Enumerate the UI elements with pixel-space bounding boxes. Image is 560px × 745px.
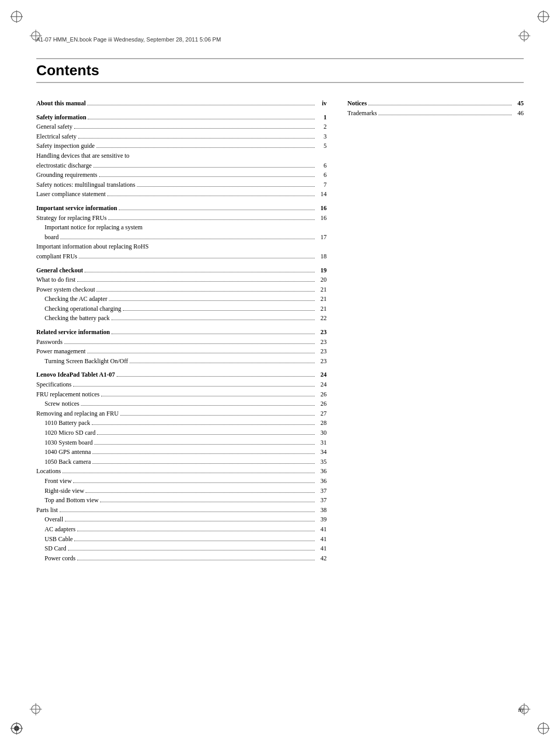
toc-text: Safety inspection guide bbox=[36, 141, 95, 151]
toc-dots bbox=[79, 258, 315, 258]
toc-text: Handling devices that are sensitive to bbox=[36, 151, 130, 161]
toc-text: What to do first bbox=[36, 275, 76, 285]
toc-entry: Passwords23 bbox=[36, 337, 327, 347]
toc-entry: Top and Bottom view37 bbox=[36, 495, 327, 505]
toc-text: Top and Bottom view bbox=[36, 495, 99, 505]
toc-dots bbox=[100, 502, 315, 502]
toc-page: 7 bbox=[316, 180, 327, 190]
toc-text: Specifications bbox=[36, 380, 72, 390]
toc-entry: Parts list38 bbox=[36, 505, 327, 515]
toc-entry: SD Card41 bbox=[36, 544, 327, 554]
toc-page: 6 bbox=[316, 161, 327, 171]
toc-dots bbox=[77, 560, 315, 560]
toc-entry: Laser compliance statement14 bbox=[36, 189, 327, 199]
toc-page: iv bbox=[316, 99, 327, 108]
toc-dots bbox=[93, 167, 315, 168]
toc-dots bbox=[77, 531, 315, 531]
toc-dots bbox=[108, 219, 315, 220]
toc-entry: AC adapters41 bbox=[36, 525, 327, 534]
toc-left-column: About this manualivSafety information1Ge… bbox=[36, 99, 327, 563]
toc-entry: 1010 Battery pack28 bbox=[36, 418, 327, 428]
toc-entry: board17 bbox=[36, 232, 327, 242]
toc-entry: Safety inspection guide5 bbox=[36, 141, 327, 151]
toc-dots bbox=[74, 128, 315, 129]
toc-entry: Checking operational charging21 bbox=[36, 304, 327, 314]
toc-text: 1030 System board bbox=[36, 438, 93, 448]
toc-dots bbox=[111, 334, 315, 334]
toc-page: 41 bbox=[316, 525, 327, 534]
toc-dots bbox=[86, 492, 315, 493]
toc-page: 1 bbox=[316, 113, 327, 122]
toc-entry: compliant FRUs18 bbox=[36, 252, 327, 261]
toc-text: Safety notices: multilingual translation… bbox=[36, 180, 135, 190]
toc-entry: Power cords42 bbox=[36, 554, 327, 563]
toc-text: Turning Screen Backlight On/Off bbox=[36, 356, 128, 366]
toc-text: SD Card bbox=[36, 544, 66, 554]
toc-page: 21 bbox=[316, 304, 327, 314]
toc-entry: Strategy for replacing FRUs16 bbox=[36, 213, 327, 223]
header-text: A1-07 HMM_EN.book Page iii Wednesday, Se… bbox=[36, 36, 221, 43]
toc-page: 34 bbox=[316, 447, 327, 457]
toc-text: Laser compliance statement bbox=[36, 189, 106, 199]
toc-dots bbox=[120, 415, 315, 416]
toc-text: FRU replacement notices bbox=[36, 390, 100, 399]
toc-dots bbox=[96, 291, 315, 292]
toc-text: Screw notices bbox=[36, 399, 79, 409]
toc-page: 26 bbox=[316, 399, 327, 409]
toc-page: 16 bbox=[316, 203, 327, 213]
toc-dots bbox=[77, 281, 315, 282]
toc-page: 45 bbox=[513, 99, 524, 108]
toc-page: 46 bbox=[513, 108, 524, 118]
toc-entry: Related service information23 bbox=[36, 327, 327, 337]
toc-page: 21 bbox=[316, 294, 327, 304]
toc-entry: electrostatic discharge6 bbox=[36, 161, 327, 171]
toc-entry: Important service information16 bbox=[36, 203, 327, 213]
reg-mark-tl bbox=[9, 9, 24, 24]
toc-text: Overall bbox=[36, 515, 63, 525]
toc-text: Strategy for replacing FRUs bbox=[36, 213, 107, 223]
reg-mark-bl bbox=[9, 721, 24, 736]
reg-mark-inner-tr bbox=[517, 29, 531, 43]
toc-page: 3 bbox=[316, 132, 327, 142]
reg-mark-inner-bl bbox=[29, 702, 43, 716]
page: A1-07 HMM_EN.book Page iii Wednesday, Se… bbox=[0, 0, 560, 745]
toc-page: 23 bbox=[316, 327, 327, 337]
toc-entry: Turning Screen Backlight On/Off23 bbox=[36, 356, 327, 366]
toc-text: USB Cable bbox=[36, 534, 73, 544]
toc-page: 18 bbox=[316, 252, 327, 261]
toc-entry: Important information about replacing Ro… bbox=[36, 242, 327, 252]
toc-entry: About this manualiv bbox=[36, 99, 327, 108]
toc-entry: Right-side view37 bbox=[36, 486, 327, 496]
toc-page: 21 bbox=[316, 285, 327, 295]
toc-page: 26 bbox=[316, 390, 327, 399]
toc-page: 23 bbox=[316, 337, 327, 347]
toc-text: AC adapters bbox=[36, 525, 76, 534]
toc-page: 23 bbox=[316, 347, 327, 356]
toc-entry: Checking the AC adapter21 bbox=[36, 294, 327, 304]
toc-text: General checkout bbox=[36, 266, 83, 275]
reg-mark-inner-tl bbox=[29, 29, 43, 43]
toc-dots bbox=[74, 541, 315, 541]
toc-page: 30 bbox=[316, 428, 327, 438]
toc-text: Grounding requirements bbox=[36, 170, 97, 180]
toc-dots bbox=[87, 353, 315, 353]
toc-dots bbox=[117, 376, 315, 377]
toc-entry: Safety information1 bbox=[36, 113, 327, 122]
toc-page: 19 bbox=[316, 266, 327, 275]
toc-page: 23 bbox=[316, 356, 327, 366]
toc-page: 38 bbox=[316, 505, 327, 515]
toc-entry: Power management23 bbox=[36, 347, 327, 356]
reg-mark-br bbox=[536, 721, 551, 736]
toc-text: electrostatic discharge bbox=[36, 161, 92, 171]
toc-entry: Trademarks46 bbox=[347, 108, 524, 118]
toc-dots bbox=[97, 434, 315, 435]
toc-dots bbox=[81, 405, 315, 406]
toc-dots bbox=[60, 512, 315, 512]
toc-dots bbox=[64, 343, 315, 344]
toc-page: 14 bbox=[316, 189, 327, 199]
toc-page: 35 bbox=[316, 457, 327, 467]
toc-dots bbox=[87, 105, 315, 105]
toc-text: Related service information bbox=[36, 327, 110, 337]
toc-gap bbox=[36, 199, 327, 203]
toc-dots bbox=[78, 138, 315, 139]
